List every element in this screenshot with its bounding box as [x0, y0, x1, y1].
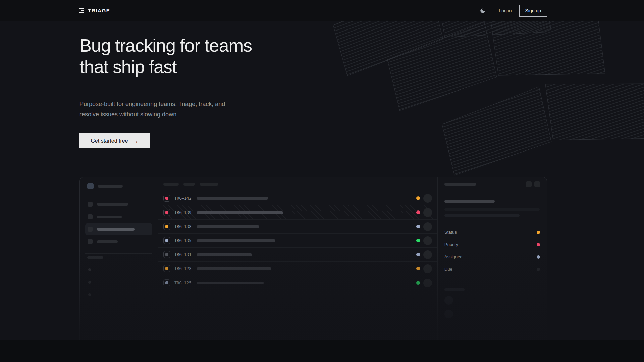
detail-field-dot: [537, 255, 540, 259]
detail-field-row: Due: [444, 263, 540, 276]
issue-title-skeleton: [197, 267, 271, 270]
detail-field-label: Due: [444, 267, 452, 272]
hero-subtitle-line1: Purpose-built for engineering teams. Tri…: [79, 101, 225, 107]
status-dot: [416, 267, 420, 270]
issue-title-skeleton: [197, 197, 268, 200]
triage-logo-icon: [79, 8, 84, 13]
sidebar-section-label-skeleton: [87, 256, 103, 259]
issue-id: TRG–135: [174, 238, 196, 243]
arrow-right-icon: →: [132, 138, 139, 144]
sidebar-item-icon: [88, 227, 93, 232]
page-title-line2: that ship fast: [79, 56, 252, 77]
sidebar-nav: [85, 198, 152, 248]
login-link[interactable]: Log in: [499, 8, 512, 13]
sidebar-item-skeleton: [97, 240, 118, 243]
hero-section: Bug tracking for teams that ship fast Pu…: [0, 21, 644, 340]
issue-list: TRG–142 TRG–139 TRG–138 TRG–135 TRG–131 …: [158, 191, 437, 290]
issue-title-skeleton: [197, 239, 275, 242]
detail-field-label: Priority: [444, 242, 458, 247]
sidebar-bullet: [88, 281, 91, 284]
preview-sidebar: [80, 177, 158, 340]
nav-actions: Log in Sign up: [479, 0, 547, 21]
signup-button[interactable]: Sign up: [519, 5, 547, 17]
issue-type-icon: [163, 265, 170, 272]
assignee-avatar: [423, 236, 432, 245]
status-dot: [416, 225, 420, 228]
sidebar-bullet: [88, 293, 91, 296]
assignee-avatar: [423, 250, 432, 259]
detail-header-skeleton: [444, 183, 476, 186]
assignee-avatar: [423, 279, 432, 287]
hero-subtitle: Purpose-built for engineering teams. Tri…: [79, 99, 225, 120]
detail-text-skeleton: [444, 208, 540, 211]
issue-row: TRG–142: [158, 191, 437, 205]
issue-title-skeleton: [197, 211, 283, 214]
comment-avatar: [444, 310, 453, 318]
issue-detail-panel: Status Priority Assignee Due: [437, 177, 547, 340]
issue-list-header: [158, 177, 437, 191]
detail-field-label: Assignee: [444, 254, 462, 259]
issue-id: TRG–139: [174, 210, 196, 215]
detail-title-skeleton: [444, 200, 495, 203]
issue-row: TRG–138: [158, 220, 437, 234]
status-dot: [416, 239, 420, 242]
detail-field-row: Status: [444, 226, 540, 238]
sidebar-divider: [85, 253, 152, 254]
detail-field-dot: [537, 243, 540, 246]
detail-field-row: Assignee: [444, 251, 540, 263]
status-dot: [416, 253, 420, 256]
moon-icon: [480, 8, 486, 14]
issue-type-icon: [163, 195, 170, 202]
brand-logo[interactable]: TRIAGE: [79, 0, 110, 21]
issue-row: TRG–128: [158, 262, 437, 276]
tab-skeleton: [163, 183, 179, 186]
detail-divider: [444, 222, 540, 222]
issue-type-icon: [163, 223, 170, 230]
detail-section-label-skeleton: [444, 288, 465, 291]
issue-row: TRG–131: [158, 248, 437, 262]
sidebar-item-icon: [88, 239, 93, 244]
brand-name: TRIAGE: [88, 8, 110, 13]
status-dot: [416, 210, 420, 214]
sidebar-item-skeleton: [97, 203, 128, 206]
issue-title-skeleton: [197, 282, 264, 284]
get-started-label: Get started free: [91, 138, 128, 144]
detail-header: [438, 177, 547, 191]
detail-fields: Status Priority Assignee Due: [444, 226, 540, 276]
detail-action-button: [534, 181, 540, 187]
sidebar-item-active: [85, 223, 152, 235]
assignee-avatar: [423, 194, 432, 203]
page-title-line1: Bug tracking for teams: [79, 35, 252, 56]
issue-row: TRG–135: [158, 234, 437, 248]
hero-subtitle-line2: resolve issues without slowing down.: [79, 111, 178, 118]
workspace-name-skeleton: [98, 185, 123, 188]
sidebar-divider: [85, 195, 152, 195]
sidebar-item-skeleton: [97, 216, 122, 218]
status-dot: [416, 281, 420, 285]
issue-title-skeleton: [197, 253, 252, 256]
workspace-switcher: [87, 183, 158, 189]
workspace-avatar: [87, 183, 94, 189]
assignee-avatar: [423, 208, 432, 217]
get-started-button[interactable]: Get started free →: [79, 133, 150, 148]
issue-id: TRG–128: [174, 266, 196, 271]
sidebar-item: [85, 210, 152, 223]
detail-field-row: Priority: [444, 238, 540, 251]
issue-id: TRG–125: [174, 281, 196, 285]
dark-mode-toggle[interactable]: [479, 7, 486, 14]
sidebar-item: [85, 235, 152, 248]
issue-list-panel: TRG–142 TRG–139 TRG–138 TRG–135 TRG–131 …: [158, 177, 437, 340]
issue-id: TRG–131: [174, 252, 196, 257]
assignee-avatar: [423, 264, 432, 273]
detail-divider: [444, 281, 540, 281]
sidebar-item-icon: [88, 214, 93, 219]
detail-text-skeleton: [444, 214, 520, 217]
tab-skeleton: [183, 183, 195, 186]
sidebar-bullet: [88, 268, 91, 271]
issue-type-icon: [163, 209, 170, 216]
navbar: TRIAGE Log in Sign up: [0, 0, 644, 21]
issue-type-icon: [163, 279, 170, 286]
footer-section: [0, 340, 644, 362]
status-dot: [416, 196, 420, 200]
issue-type-icon: [163, 251, 170, 258]
